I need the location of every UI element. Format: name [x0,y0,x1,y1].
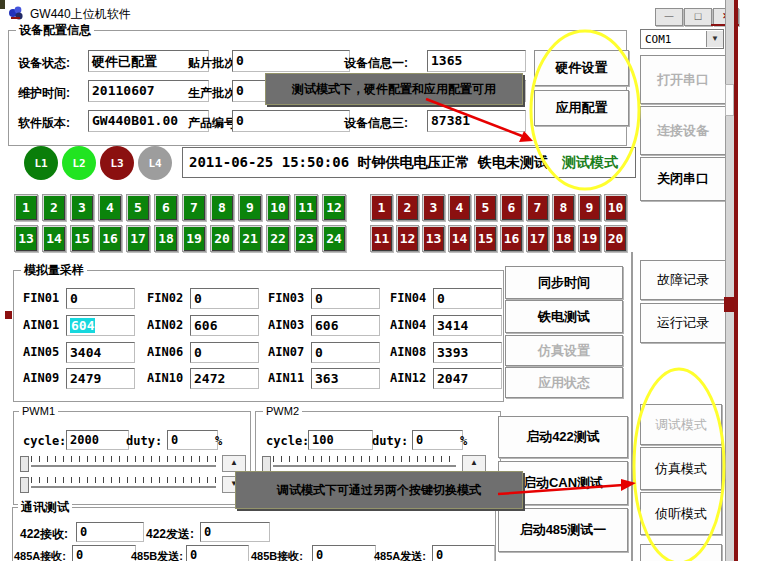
red-channel-button[interactable]: 20 [604,225,627,252]
green-channel-button[interactable]: 15 [70,225,94,252]
slider-thumb[interactable] [20,456,29,472]
ain09-field[interactable]: 2479 [66,368,135,389]
ain04-field[interactable]: 3414 [433,315,502,336]
fault-log-button[interactable]: 故障记录 [640,260,726,300]
listen-mode-button[interactable]: 侦听模式 [640,492,722,535]
red-channel-button[interactable]: 12 [396,225,419,252]
green-channel-button[interactable]: 8 [210,194,234,221]
product-no-field[interactable]: 0 [232,110,350,132]
red-channel-button[interactable]: 3 [422,194,445,221]
green-channel-button[interactable]: 5 [126,194,150,221]
red-channel-button[interactable]: 14 [448,225,471,252]
red-channel-button[interactable]: 17 [526,225,549,252]
red-channel-button[interactable]: 13 [422,225,445,252]
fin04-field[interactable]: 0 [433,288,502,309]
start-485-test-button[interactable]: 启动485测试一 [498,508,628,552]
fin02-field[interactable]: 0 [190,288,259,309]
debug-mode-button[interactable]: 调试模式 [640,404,722,445]
fin01-field[interactable]: 0 [66,288,135,309]
close-serial-button[interactable]: 关闭串口 [640,157,726,201]
red-channel-button[interactable]: 2 [396,194,419,221]
slider-thumb[interactable] [20,477,29,493]
maximize-icon[interactable] [684,8,712,26]
green-channel-button[interactable]: 23 [294,225,318,252]
app-status-button[interactable]: 应用状态 [505,367,623,398]
sync-time-button[interactable]: 同步时间 [505,266,623,299]
red-channel-button[interactable]: 7 [526,194,549,221]
pwm1-duty-field[interactable]: 0 [167,430,218,450]
scrollbar-thumb[interactable] [725,84,734,116]
minimize-icon[interactable] [655,8,683,26]
patch-batch-field[interactable]: 0 [232,50,350,72]
green-channel-button[interactable]: 11 [294,194,318,221]
green-channel-button[interactable]: 24 [322,225,346,252]
open-serial-button[interactable]: 打开串口 [640,55,726,104]
ain11-field[interactable]: 363 [311,368,380,389]
green-channel-button[interactable]: 7 [182,194,206,221]
device-info1-field[interactable]: 1365 [427,50,526,72]
ain07-field[interactable]: 0 [311,342,380,363]
hardware-setup-button[interactable]: 硬件设置 [534,50,629,86]
mode-button-partial[interactable] [640,544,722,561]
rx485a-field[interactable]: 0 [72,545,136,561]
green-channel-button[interactable]: 3 [70,194,94,221]
green-channel-button[interactable]: 13 [14,225,38,252]
red-channel-button[interactable]: 8 [552,194,575,221]
red-channel-button[interactable]: 10 [604,194,627,221]
app-config-button[interactable]: 应用配置 [534,90,629,126]
tx485a-field[interactable]: 0 [432,545,495,561]
ferro-test-button[interactable]: 铁电测试 [505,300,623,333]
sim-mode-button[interactable]: 仿真模式 [640,447,722,490]
green-channel-button[interactable]: 19 [182,225,206,252]
red-channel-button[interactable]: 18 [552,225,575,252]
red-channel-button[interactable]: 1 [370,194,393,221]
red-channel-button[interactable]: 6 [500,194,523,221]
pwm2-duty-field[interactable]: 0 [412,430,463,450]
ain05-field[interactable]: 3404 [66,342,135,363]
green-channel-button[interactable]: 6 [154,194,178,221]
green-channel-button[interactable]: 17 [126,225,150,252]
green-channel-button[interactable]: 1 [14,194,38,221]
red-channel-button[interactable]: 19 [578,225,601,252]
chevron-down-icon[interactable] [706,31,723,47]
start-422-test-button[interactable]: 启动422测试 [498,416,628,458]
sim-setup-button[interactable]: 仿真设置 [505,335,623,366]
red-channel-button[interactable]: 16 [500,225,523,252]
pwm1-duty-slider[interactable] [20,477,216,493]
ain02-field[interactable]: 606 [190,315,259,336]
red-channel-button[interactable]: 5 [474,194,497,221]
green-channel-button[interactable]: 10 [266,194,290,221]
green-channel-button[interactable]: 9 [238,194,262,221]
pwm2-up-icon[interactable] [462,455,486,472]
tx422-field[interactable]: 0 [200,522,270,542]
ain06-field[interactable]: 0 [190,342,259,363]
pwm2-cycle-slider[interactable] [262,456,456,472]
pwm1-up-icon[interactable] [222,455,246,472]
green-channel-button[interactable]: 21 [238,225,262,252]
red-channel-button[interactable]: 11 [370,225,393,252]
ain12-field[interactable]: 2047 [433,368,502,389]
green-channel-button[interactable]: 2 [42,194,66,221]
pwm2-cycle-field[interactable]: 100 [308,430,373,450]
pwm1-cycle-slider[interactable] [20,456,216,472]
ain01-field[interactable]: 604 [66,315,135,336]
green-channel-button[interactable]: 12 [322,194,346,221]
slider-thumb[interactable] [262,456,271,472]
green-channel-button[interactable]: 18 [154,225,178,252]
run-log-button[interactable]: 运行记录 [640,303,726,343]
device-info3-field[interactable]: 87381 [427,110,526,132]
connect-device-button[interactable]: 连接设备 [640,106,726,155]
fin03-field[interactable]: 0 [311,288,380,309]
red-channel-button[interactable]: 15 [474,225,497,252]
tx485b-field[interactable]: 0 [186,545,249,561]
green-channel-button[interactable]: 14 [42,225,66,252]
ain08-field[interactable]: 3393 [433,342,502,363]
rx422-field[interactable]: 0 [76,522,144,542]
red-channel-button[interactable]: 9 [578,194,601,221]
ain03-field[interactable]: 606 [311,315,380,336]
pwm1-cycle-field[interactable]: 2000 [66,430,129,450]
com-port-select[interactable]: COM1 [640,29,724,49]
green-channel-button[interactable]: 20 [210,225,234,252]
green-channel-button[interactable]: 22 [266,225,290,252]
rx485b-field[interactable]: 0 [312,545,376,561]
